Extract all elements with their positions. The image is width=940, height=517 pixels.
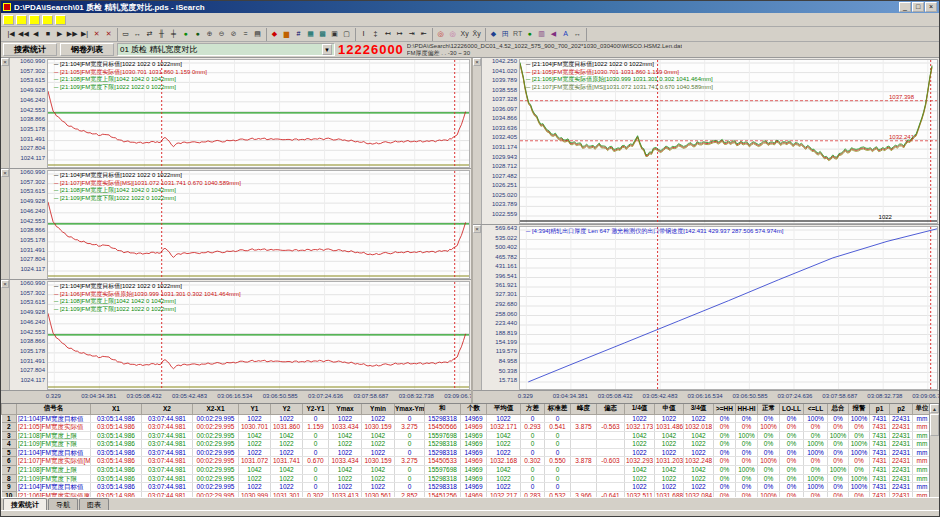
column-header[interactable]: HH-HI [736, 404, 758, 414]
close-x2-icon[interactable]: ✕ [103, 28, 115, 40]
table-row[interactable]: 4[21:109]FM宽度下限03:05:14.98603:07:44.9810… [2, 440, 932, 449]
play-icon[interactable]: ▶ [54, 28, 66, 40]
column-header[interactable]: 3/4值 [684, 404, 714, 414]
table-row[interactable]: 7[21:108]FM宽度上限03:05:14.98603:07:44.9810… [2, 466, 932, 475]
column-header[interactable]: 峰度 [571, 404, 597, 414]
table-row[interactable]: 10[21:106]FM宽度实际值原始03:05:14.98603:07:44.… [2, 491, 932, 497]
zoom-reset-icon[interactable]: ⊘ [228, 28, 240, 40]
search-stats-button[interactable]: 搜索统计 [3, 43, 57, 56]
blank-window-icon[interactable]: ▢ [341, 28, 353, 40]
span-out-icon[interactable]: ⇤ [418, 28, 430, 40]
fast-backward-icon[interactable]: ◀◀ [17, 28, 30, 40]
scroll-thumb[interactable] [930, 414, 939, 436]
column-header[interactable]: 1/4值 [625, 404, 655, 414]
scroll-up-icon[interactable]: ▲ [930, 404, 939, 413]
list-lines-icon[interactable]: ▤ [252, 28, 264, 40]
split-x-icon[interactable]: ╪ [168, 28, 180, 40]
zoom-out-icon[interactable]: ⊖ [216, 28, 228, 40]
tile-window-icon[interactable]: ▩ [317, 28, 329, 40]
cursor-two-icon[interactable]: ‡ [370, 28, 382, 40]
quick-slot-4[interactable] [42, 15, 53, 25]
marquee-zoom-icon[interactable]: ▭ [120, 28, 132, 40]
chart-exit-length[interactable]: ×569.643535.022500.402465.782431.161396.… [473, 225, 939, 391]
preset-dropdown[interactable]: 01 质检 精轧宽度对比 ▼ [117, 43, 335, 56]
column-header[interactable]: 平均值 [487, 404, 521, 414]
dark-ball-icon[interactable]: ● [192, 28, 204, 40]
equals-icon[interactable]: = [240, 28, 252, 40]
column-header[interactable]: 报警 [849, 404, 870, 414]
column-header[interactable]: 信号名 [17, 404, 91, 414]
plot-area[interactable]: ─ [4:394]精轧出口厚度 Len 647 激光检测仪的出口带钢速度[142… [519, 226, 938, 390]
xy-plot-icon[interactable]: Xy [459, 28, 471, 40]
circle-pink-icon[interactable]: ◎ [447, 28, 459, 40]
image-window-icon[interactable]: ▦ [305, 28, 317, 40]
xy-bar-icon[interactable]: X̄y [471, 28, 483, 40]
table-grid-icon[interactable]: 田 [500, 28, 512, 40]
chart-fm-width-actual[interactable]: ×1060.9901057.3021053.6151049.9281046.24… [1, 58, 471, 169]
column-header[interactable]: 中值 [655, 404, 684, 414]
column-header[interactable]: >=HH [714, 404, 736, 414]
table-row[interactable]: 3[21:108]FM宽度上限03:05:14.98603:07:44.9810… [2, 431, 932, 440]
status-ball-icon[interactable]: ● [524, 28, 536, 40]
split-y-icon[interactable]: ╫ [156, 28, 168, 40]
quick-slot-5[interactable] [55, 15, 66, 25]
compress-horizontal-icon[interactable]: ⇄ [144, 28, 156, 40]
tab-图表[interactable]: 图表 [79, 498, 109, 510]
column-header[interactable]: Y2-Y1 [303, 404, 329, 414]
column-header[interactable]: 偏态 [597, 404, 625, 414]
column-header[interactable]: Y2 [271, 404, 303, 414]
column-header[interactable]: Ymax [329, 404, 362, 414]
plot-area[interactable]: 10221037.3981032.241─ [21:104]FM宽度目标值[10… [519, 59, 938, 224]
fast-forward-icon[interactable]: ▶▶ [66, 28, 79, 40]
circle-red-icon[interactable]: ◎ [435, 28, 447, 40]
chart-fm-width-ms[interactable]: ×1060.9901057.3021053.6151049.9281046.24… [1, 169, 471, 280]
table-vscrollbar[interactable]: ▲ [929, 404, 939, 497]
quick-slot-2[interactable] [16, 15, 27, 25]
column-header[interactable]: <=LL [804, 404, 828, 414]
film-strip-icon[interactable]: ▣ [329, 28, 341, 40]
column-header[interactable]: 标准差 [545, 404, 571, 414]
bookmark-icon[interactable]: ◆ [488, 28, 500, 40]
rt-mode-icon[interactable]: RT [512, 28, 524, 40]
plot-area[interactable]: ─ [21:104]FM宽度目标值[1022 1022 0 1022mm]─ [… [47, 59, 470, 168]
plot-area[interactable]: ─ [21:104]FM宽度目标值[1022 1022 0 1022mm]─ [… [47, 170, 470, 279]
mini-chart-icon[interactable]: ▥ [536, 28, 548, 40]
chevron-down-icon[interactable]: ▼ [322, 44, 332, 55]
table-row[interactable]: 2[21:105]FM宽度实际值03:05:14.98603:07:44.981… [2, 423, 932, 432]
chart-fm-width-raw[interactable]: ×1060.9901057.3021053.6151049.9281046.24… [1, 280, 471, 391]
column-header[interactable]: 方差 [521, 404, 545, 414]
table-row[interactable]: 6[21:107]FM宽度实际值[MS]03:05:14.98603:07:44… [2, 457, 932, 466]
stop-icon[interactable]: ■ [42, 28, 54, 40]
chart-fm-width-zoom[interactable]: ×1042.2501041.0201039.7891038.5581037.32… [473, 58, 939, 225]
goto-first-icon[interactable]: |◀ [5, 28, 17, 40]
zoom-in-icon[interactable]: ⊕ [204, 28, 216, 40]
span-right-icon[interactable]: ↦ [394, 28, 406, 40]
column-header[interactable]: p1 [870, 404, 890, 414]
green-ball-icon[interactable]: ● [180, 28, 192, 40]
span-left-icon[interactable]: ↤ [382, 28, 394, 40]
column-header[interactable]: 正常 [758, 404, 780, 414]
minimize-button[interactable]: _ [899, 2, 911, 12]
column-header[interactable]: Ymax-Ymin [395, 404, 425, 414]
table-row[interactable]: 9[21:104]FM宽度目标值03:05:14.98603:07:44.981… [2, 483, 932, 492]
pane-close-icon[interactable]: × [473, 58, 481, 66]
paint-back-icon[interactable]: ◀ [548, 28, 560, 40]
pane-close-icon[interactable]: × [1, 58, 9, 66]
column-header[interactable]: LO-LL [780, 404, 804, 414]
maximize-button[interactable]: □ [912, 2, 924, 12]
font-a-icon[interactable]: A [560, 28, 572, 40]
column-header[interactable]: Ymin [362, 404, 395, 414]
column-header[interactable]: X2-X1 [193, 404, 239, 414]
column-header[interactable]: X2 [142, 404, 193, 414]
column-header[interactable]: p2 [890, 404, 913, 414]
goto-last-icon[interactable]: ▶| [79, 28, 91, 40]
step-back-icon[interactable]: ◀ [30, 28, 42, 40]
close-button[interactable]: × [925, 2, 937, 12]
pane-close-icon[interactable]: × [1, 169, 9, 177]
coil-list-button[interactable]: 钢卷列表 [60, 43, 114, 56]
quick-slot-1[interactable] [3, 15, 14, 25]
column-header[interactable]: Y1 [239, 404, 271, 414]
grid-hash-icon[interactable]: # [293, 28, 305, 40]
bar-chart-icon[interactable]: ▆ [281, 28, 293, 40]
quick-slot-3[interactable] [29, 15, 40, 25]
